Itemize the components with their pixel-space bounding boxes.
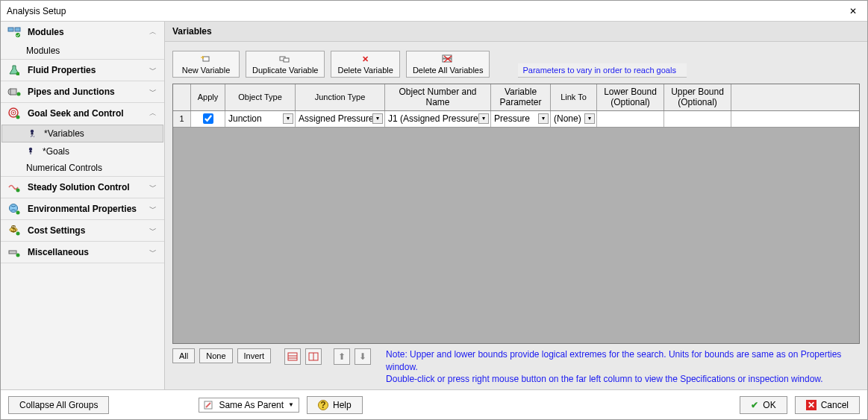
sidebar-section-misc[interactable]: Miscellaneous ﹀ [1, 242, 164, 263]
cell-object-number[interactable]: J1 (Assigned Pressure)▾ [385, 111, 491, 127]
duplicate-variable-button[interactable]: Duplicate Variable [246, 51, 325, 78]
ok-button[interactable]: ✔ OK [740, 396, 787, 414]
chevron-down-icon: ﹀ [149, 182, 158, 192]
cell-link-to[interactable]: (None)▾ [551, 111, 597, 127]
edit-icon [204, 401, 214, 410]
chevron-up-icon: ︿ [149, 27, 158, 37]
steady-icon [7, 181, 22, 193]
col-upper-bound[interactable]: Upper Bound (Optional) [664, 84, 731, 110]
svg-rect-5 [10, 89, 16, 95]
svg-rect-19 [9, 251, 16, 254]
dropdown-icon[interactable]: ▾ [372, 113, 383, 124]
chevron-down-icon: ﹀ [149, 87, 158, 97]
cell-lower-bound[interactable] [597, 111, 664, 127]
row-number[interactable]: 1 [173, 111, 191, 127]
dropdown-icon[interactable]: ▾ [584, 113, 595, 124]
target-icon [7, 107, 22, 119]
apply-checkbox[interactable] [203, 113, 213, 124]
variable-icon [28, 128, 40, 139]
chevron-down-icon: ﹀ [149, 247, 158, 257]
cell-upper-bound[interactable] [664, 111, 731, 127]
cell-object-type[interactable]: Junction▾ [225, 111, 296, 127]
svg-point-14 [10, 204, 18, 213]
svg-point-15 [16, 211, 20, 215]
cancel-icon: ✕ [806, 400, 817, 410]
panel-title: Variables [165, 22, 867, 42]
grid-view2-button[interactable] [305, 348, 322, 365]
sidebar-section-pipes[interactable]: Pipes and Junctions ﹀ [1, 81, 164, 102]
svg-point-13 [16, 189, 20, 192]
delete-icon: ✕ [362, 54, 369, 64]
sidebar: Modules ︿ Modules Fluid Properties ﹀ P [1, 22, 165, 389]
same-as-parent-combo[interactable]: Same As Parent ▼ [199, 398, 299, 413]
svg-rect-1 [15, 28, 20, 31]
cancel-button[interactable]: ✕ Cancel [795, 396, 860, 414]
svg-rect-23 [284, 58, 289, 62]
under-grid-controls: All None Invert ⬆ ⬇ Note: Upper and lowe… [165, 344, 867, 389]
cell-apply[interactable] [191, 111, 225, 127]
sidebar-item-numerical[interactable]: Numerical Controls [1, 160, 164, 176]
col-link-to[interactable]: Link To [551, 84, 597, 110]
select-none-button[interactable]: None [199, 348, 232, 363]
delete-all-icon [442, 54, 454, 64]
col-object-number[interactable]: Object Number and Name [385, 84, 491, 110]
sidebar-section-fluid[interactable]: Fluid Properties ﹀ [1, 60, 164, 81]
chevron-down-icon: ﹀ [149, 65, 158, 75]
cell-variable-parameter[interactable]: Pressure▾ [491, 111, 551, 127]
move-down-button[interactable]: ⬇ [355, 348, 371, 365]
duplicate-icon [279, 54, 291, 64]
sidebar-item-variables[interactable]: *Variables [1, 125, 163, 142]
dropdown-icon[interactable]: ▾ [478, 113, 489, 124]
sidebar-item-modules-child[interactable]: Modules [1, 43, 164, 59]
pipe-icon [7, 86, 22, 98]
svg-point-2 [16, 33, 20, 37]
globe-icon [7, 203, 22, 215]
note-text: Note: Upper and lower bounds provide log… [386, 348, 860, 385]
sidebar-section-modules[interactable]: Modules ︿ [1, 22, 164, 43]
grid-view1-button[interactable] [284, 348, 301, 365]
delete-variable-button[interactable]: ✕ Delete Variable [331, 51, 399, 78]
collapse-all-button[interactable]: Collapse All Groups [8, 396, 109, 414]
cell-junction-type[interactable]: Assigned Pressure▾ [296, 111, 385, 127]
svg-point-6 [17, 93, 21, 96]
col-junction-type[interactable]: Junction Type [296, 84, 385, 110]
close-icon[interactable]: ✕ [845, 1, 861, 22]
sidebar-section-env[interactable]: Environmental Properties ﹀ [1, 198, 164, 219]
invert-button[interactable]: Invert [237, 348, 272, 363]
goal-icon [26, 146, 38, 157]
sidebar-section-steady[interactable]: Steady Solution Control ﹀ [1, 177, 164, 198]
dropdown-icon: ▼ [288, 401, 294, 408]
cost-icon: $ [7, 225, 22, 236]
toolbar: New Variable Duplicate Variable ✕ Delete… [165, 42, 867, 84]
col-object-type[interactable]: Object Type [225, 84, 296, 110]
dropdown-icon[interactable]: ▾ [538, 113, 549, 124]
footer: Collapse All Groups Same As Parent ▼ ? H… [1, 389, 867, 419]
new-variable-button[interactable]: New Variable [172, 51, 240, 78]
sidebar-section-goalseek[interactable]: Goal Seek and Control ︿ [1, 103, 164, 124]
svg-rect-21 [203, 57, 209, 61]
svg-point-9 [13, 112, 14, 113]
help-button[interactable]: ? Help [307, 396, 363, 414]
svg-point-20 [16, 254, 20, 257]
flask-icon [7, 64, 22, 76]
delete-all-variables-button[interactable]: Delete All Variables [406, 51, 490, 78]
titlebar: Analysis Setup ✕ [1, 1, 867, 22]
svg-point-10 [16, 116, 20, 119]
window-title: Analysis Setup [7, 1, 66, 22]
variables-grid: Apply Object Type Junction Type Object N… [172, 84, 860, 344]
move-up-button[interactable]: ⬆ [334, 348, 350, 365]
new-icon [201, 54, 211, 64]
parameters-caption: Parameters to vary in order to reach goa… [518, 63, 686, 78]
select-all-button[interactable]: All [172, 348, 195, 363]
col-lower-bound[interactable]: Lower Bound (Optional) [597, 84, 664, 110]
dropdown-icon[interactable]: ▾ [283, 113, 293, 124]
module-icon [7, 26, 22, 38]
sidebar-item-goals[interactable]: *Goals [1, 143, 164, 160]
sidebar-section-cost[interactable]: $ Cost Settings ﹀ [1, 220, 164, 241]
svg-rect-0 [8, 28, 13, 31]
misc-icon [7, 246, 22, 258]
col-variable-parameter[interactable]: Variable Parameter [491, 84, 551, 110]
table-row[interactable]: 1 Junction▾ Assigned Pressure▾ J1 (Assig… [173, 111, 859, 128]
help-icon: ? [318, 400, 328, 410]
col-apply[interactable]: Apply [191, 84, 225, 110]
